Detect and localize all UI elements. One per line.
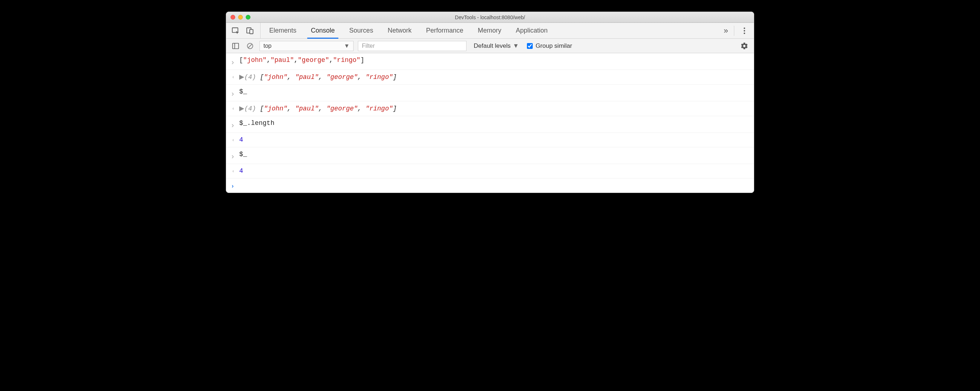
tabbar-right: » (724, 23, 749, 38)
toggle-sidebar-icon[interactable] (231, 41, 241, 51)
console-row-content: ▶(4) ["john", "paul", "george", "ringo"] (239, 72, 749, 82)
log-levels-label: Default levels (474, 42, 511, 49)
tab-elements[interactable]: Elements (267, 23, 299, 38)
tab-console[interactable]: Console (309, 23, 337, 38)
console-settings-icon[interactable] (739, 41, 749, 51)
context-select-value: top (264, 43, 271, 49)
console-output-row: ‹·▶(4) ["john", "paul", "george", "ringo… (226, 101, 754, 116)
titlebar: DevTools - localhost:8080/web/ (226, 12, 754, 23)
tabs: ElementsConsoleSourcesNetworkPerformance… (267, 23, 550, 38)
divider (734, 26, 734, 36)
console-input-row: ›["john","paul","george","ringo"] (226, 53, 754, 70)
context-select[interactable]: top ▼ (259, 41, 353, 51)
group-similar-label: Group similar (536, 42, 572, 49)
devtools-window: DevTools - localhost:8080/web/ ElementsC… (226, 11, 754, 193)
maximize-button[interactable] (246, 15, 250, 19)
console-toolbar: top ▼ Default levels ▼ Group similar (226, 39, 754, 53)
group-similar-checkbox[interactable] (527, 43, 533, 49)
console-input-row: ›$_.length (226, 116, 754, 133)
close-button[interactable] (231, 15, 235, 19)
devtools-menu-icon[interactable] (739, 26, 749, 36)
expand-triangle-icon[interactable]: ▶ (239, 104, 244, 113)
output-chevron-icon: ‹· (230, 166, 235, 175)
svg-rect-2 (250, 29, 253, 34)
window-title: DevTools - localhost:8080/web/ (226, 14, 754, 20)
expand-triangle-icon[interactable]: ▶ (239, 72, 244, 82)
svg-rect-3 (233, 43, 239, 48)
console-input-row: ›$_ (226, 147, 754, 164)
svg-line-6 (248, 44, 252, 48)
tab-network[interactable]: Network (385, 23, 414, 38)
output-chevron-icon: ‹· (230, 104, 235, 112)
tab-application[interactable]: Application (514, 23, 550, 38)
input-chevron-icon: › (230, 87, 235, 99)
console-row-content: $_.length (239, 118, 749, 128)
console-output-row: ‹·▶(4) ["john", "paul", "george", "ringo… (226, 70, 754, 85)
console-row-content: ▶(4) ["john", "paul", "george", "ringo"] (239, 104, 749, 114)
console-prompt-row[interactable]: › (226, 179, 754, 193)
filter-input[interactable] (358, 41, 466, 51)
log-levels-select[interactable]: Default levels ▼ (471, 42, 519, 49)
output-chevron-icon: ‹· (230, 135, 235, 144)
console-row-content: ["john","paul","george","ringo"] (239, 55, 749, 65)
more-tabs-icon[interactable]: » (724, 26, 729, 35)
tab-memory[interactable]: Memory (476, 23, 503, 38)
console-input-row: ›$_ (226, 85, 754, 101)
console-output[interactable]: ›["john","paul","george","ringo"]‹·▶(4) … (226, 53, 754, 193)
tabbar-tools (231, 23, 261, 38)
tab-sources[interactable]: Sources (347, 23, 375, 38)
console-row-content: $_ (239, 150, 749, 159)
input-chevron-icon: › (230, 150, 235, 161)
tabbar: ElementsConsoleSourcesNetworkPerformance… (226, 23, 754, 39)
prompt-chevron-icon: › (230, 181, 235, 190)
chevron-down-icon: ▼ (513, 42, 519, 49)
device-toolbar-icon[interactable] (245, 26, 255, 36)
output-chevron-icon: ‹· (230, 72, 235, 81)
console-row-content: 4 (239, 135, 749, 145)
console-row-content: 4 (239, 166, 749, 176)
console-row-content: $_ (239, 87, 749, 97)
input-chevron-icon: › (230, 55, 235, 67)
input-chevron-icon: › (230, 118, 235, 130)
chevron-down-icon: ▼ (344, 43, 350, 49)
console-output-row: ‹·4 (226, 133, 754, 147)
clear-console-icon[interactable] (245, 41, 255, 51)
traffic-lights (231, 15, 250, 19)
minimize-button[interactable] (238, 15, 243, 19)
inspect-element-icon[interactable] (231, 26, 241, 36)
tab-performance[interactable]: Performance (424, 23, 465, 38)
console-output-row: ‹·4 (226, 164, 754, 179)
console-prompt-input[interactable] (239, 181, 749, 190)
group-similar-toggle[interactable]: Group similar (523, 42, 572, 49)
